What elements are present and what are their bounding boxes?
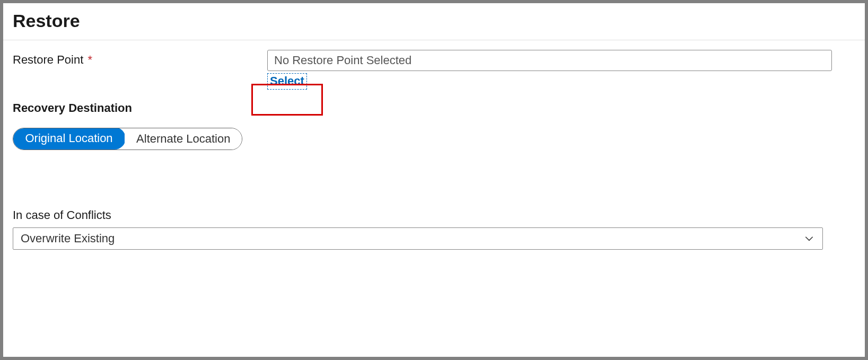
select-link-wrap: Select	[267, 73, 307, 90]
form-body: Restore Point * Select Recovery Destinat…	[3, 40, 865, 259]
conflicts-value: Overwrite Existing	[21, 232, 115, 245]
alternate-location-option[interactable]: Alternate Location	[125, 128, 242, 150]
restore-point-row: Restore Point * Select	[13, 50, 855, 90]
conflicts-label: In case of Conflicts	[13, 208, 855, 222]
conflicts-dropdown[interactable]: Overwrite Existing	[13, 227, 823, 250]
restore-panel: Restore Restore Point * Select Recovery …	[0, 0, 868, 360]
restore-point-input[interactable]	[267, 50, 832, 71]
select-restore-point-link[interactable]: Select	[267, 73, 307, 90]
page-title: Restore	[13, 11, 855, 31]
chevron-down-icon	[803, 233, 815, 244]
restore-point-field: Select	[267, 50, 855, 90]
header: Restore	[3, 3, 865, 40]
recovery-destination-label: Recovery Destination	[13, 101, 855, 115]
original-location-option[interactable]: Original Location	[13, 128, 126, 150]
recovery-destination-toggle: Original Location Alternate Location	[13, 128, 242, 150]
required-asterisk: *	[87, 53, 92, 66]
restore-point-label: Restore Point *	[13, 50, 267, 67]
